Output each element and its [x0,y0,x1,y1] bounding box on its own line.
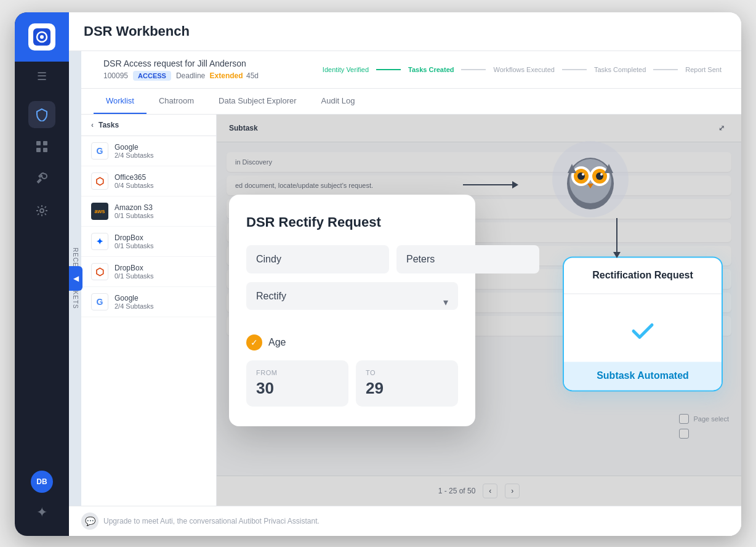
collapse-tab[interactable]: ◀ [81,266,82,291]
sidebar-nav [28,91,55,471]
sidebar-item-tools[interactable] [28,165,55,192]
progress-tabs: Identity Verified Tasks Created Workflow… [315,63,729,76]
upgrade-text: Upgrade to meet Auti, the conversational… [103,517,320,525]
age-to-label: To [366,369,448,376]
user-avatar[interactable]: DB [31,471,53,493]
svg-rect-6 [43,148,47,152]
task-logo-dropbox: ✦ [91,233,108,250]
progress-tab-completed: Tasks Completed [587,63,653,76]
left-panel-header: ‹ Tasks [81,115,216,136]
left-panel: ‹ Tasks G Google 2/4 Subtasks ⬡ [81,115,217,506]
tab-chatroom[interactable]: Chatroom [147,89,206,114]
modal-title: DSR Rectify Request [246,214,458,230]
task-logo-office: ⬡ [91,172,108,190]
horizontal-arrow [463,181,518,188]
tab-audit-log[interactable]: Audit Log [309,89,368,114]
task-item-google-1[interactable]: G Google 2/4 Subtasks [81,136,216,166]
request-title: DSR Access request for Jill Anderson [103,59,259,68]
sidebar: ☰ [15,12,69,536]
sidebar-item-shield[interactable] [28,101,55,128]
overlay-backdrop: DSR Rectify Request Rectify Delete [217,115,741,506]
tab-data-subject[interactable]: Data Subject Explorer [206,89,308,114]
task-logo-google: G [91,142,108,160]
right-panel: Subtask ⤢ in Discovery ed document, [217,115,741,506]
owl-mascot [550,139,630,222]
rect-card-title: Rectification Request [564,257,722,294]
task-logo-google2: G [91,293,108,310]
task-item-amazon-s3[interactable]: aws Amazon S3 0/1 Subtasks [81,197,216,227]
task-item-google-2[interactable]: G Google 2/4 Subtasks [81,287,216,317]
request-header: ◀ DSR Access request for Jill Anderson 1… [81,51,741,89]
progress-tab-tasks: Tasks Created [401,63,461,76]
request-type-wrapper: Rectify Delete Access [246,282,458,322]
age-from-value: 30 [256,379,339,398]
content-area: ◀ DSR Access request for Jill Anderson 1… [81,51,741,506]
top-header: DSR Workbench [69,12,741,51]
svg-point-7 [40,209,44,213]
svg-rect-4 [43,141,47,145]
access-badge: ACCESS [133,71,171,81]
task-logo-aws: aws [91,203,108,220]
task-item-dropbox-2[interactable]: ⬡ DropBox 0/1 Subtasks [81,257,216,287]
svg-point-17 [582,173,584,176]
subtask-automated-label[interactable]: Subtask Automated [564,362,722,390]
back-arrow[interactable]: ‹ [91,121,94,129]
upgrade-dot: 💬 [81,513,99,530]
task-item-office365[interactable]: ⬡ Office365 0/4 Subtasks [81,166,216,197]
ticket-id: 100095 [103,71,128,80]
rect-card-check [564,294,722,362]
progress-tab-workflows: Workflows Executed [486,63,561,76]
workspace: RECENT TICKETS ◀ DSR Access request for … [69,51,741,506]
svg-point-18 [600,173,603,176]
progress-tab-report: Report Sent [678,63,729,76]
age-label: Age [268,337,286,348]
modal-name-row [246,245,458,274]
dsr-modal: DSR Rectify Request Rectify Delete [229,195,475,426]
last-name-input[interactable] [396,245,539,274]
age-to-field: To 29 [356,360,458,407]
sidebar-bottom: DB ✦ [28,471,55,536]
progress-tab-identity: Identity Verified [315,63,376,76]
age-from-label: From [256,369,339,376]
sidebar-item-settings[interactable] [28,197,55,224]
page-title: DSR Workbench [84,23,726,39]
request-type-select[interactable]: Rectify Delete Access [246,282,458,310]
svg-point-2 [40,35,44,39]
age-from-field: From 30 [246,360,348,407]
logo-icon [28,23,55,51]
svg-rect-3 [36,141,41,145]
sidebar-item-dashboard[interactable] [28,133,55,160]
main-content: DSR Workbench RECENT TICKETS ◀ DSR Acces… [69,12,741,536]
task-logo-office2: ⬡ [91,263,108,280]
age-check-icon: ✓ [246,334,262,350]
first-name-input[interactable] [246,245,389,274]
tab-worklist[interactable]: Worklist [94,89,147,114]
age-fields: From 30 To 29 [246,360,458,407]
deadline-label: Deadline Extended 45d [176,71,259,80]
age-to-value: 29 [366,379,448,398]
age-section: ✓ Age [246,334,458,350]
svg-rect-5 [36,148,41,152]
nav-tabs: Worklist Chatroom Data Subject Explorer … [81,89,741,115]
rectification-card: Rectification Request Subtask Automated [563,256,723,391]
hamburger-button[interactable]: ☰ [15,62,69,91]
sidebar-logo [15,12,69,62]
task-item-dropbox-1[interactable]: ✦ DropBox 0/1 Subtasks [81,227,216,257]
two-panel: ‹ Tasks G Google 2/4 Subtasks ⬡ [81,115,741,506]
add-button[interactable]: ✦ [28,499,55,526]
vertical-arrow [613,218,621,258]
check-icon [624,312,661,349]
upgrade-bar: 💬 Upgrade to meet Auti, the conversation… [69,506,741,536]
